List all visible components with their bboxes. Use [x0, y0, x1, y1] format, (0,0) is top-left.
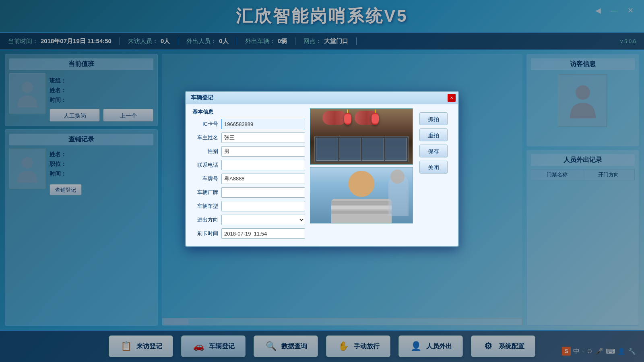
phone-label: 联系电话 [192, 161, 221, 169]
direction-label: 进出方向 [192, 216, 221, 223]
modal-section-title: 基本信息 [192, 108, 305, 116]
window-pane-2 [339, 138, 361, 161]
gender-input[interactable] [221, 146, 305, 157]
modal-title-bar: 车辆登记 [186, 92, 458, 104]
shirt-stripe-2 [331, 206, 392, 209]
modal-title: 车辆登记 [191, 94, 213, 101]
ic-card-input[interactable] [221, 119, 305, 129]
lantern-area [310, 113, 413, 125]
owner-row: 车主姓名 [192, 132, 305, 143]
modal-overlay: 车辆登记 × 基本信息 IC卡号 车主姓名 性别 联 [0, 0, 644, 362]
camera-area [310, 108, 415, 242]
modal-form-area: 基本信息 IC卡号 车主姓名 性别 联系电话 车 [192, 108, 305, 242]
modal-close-button[interactable]: × [448, 94, 456, 102]
modal-action-buttons: 抓拍 重拍 保存 关闭 [419, 108, 448, 242]
camera-frame-person [310, 167, 413, 223]
plate-label: 车牌号 [192, 175, 221, 182]
direction-row: 进出方向 [192, 215, 305, 225]
gender-label: 性别 [192, 148, 221, 155]
modal-body: 基本信息 IC卡号 车主姓名 性别 联系电话 车 [186, 104, 458, 246]
phone-input[interactable] [221, 160, 305, 170]
person-face [349, 171, 375, 197]
window-grid [314, 136, 409, 162]
type-input[interactable] [221, 201, 305, 211]
recapture-button[interactable]: 重拍 [419, 128, 448, 141]
type-row: 车辆车型 [192, 201, 305, 211]
lantern-left [344, 113, 351, 125]
owner-label: 车主姓名 [192, 134, 221, 141]
person-torso [331, 199, 392, 223]
brand-row: 车辆厂牌 [192, 187, 305, 198]
phone-row: 联系电话 [192, 160, 305, 170]
brand-input[interactable] [221, 187, 305, 198]
swipe-time-label: 刷卡时间 [192, 230, 221, 237]
scene-photo [310, 109, 413, 164]
shirt-stripe-3 [331, 211, 392, 214]
plate-row: 车牌号 [192, 174, 305, 184]
swipe-time-input[interactable] [221, 228, 305, 239]
lantern-right [372, 113, 379, 125]
ic-card-row: IC卡号 [192, 119, 305, 129]
modal-close-btn[interactable]: 关闭 [419, 161, 448, 174]
owner-input[interactable] [221, 132, 305, 143]
plate-input[interactable] [221, 174, 305, 184]
camera-frame-scene [310, 108, 413, 165]
bg-person-head [390, 170, 405, 184]
save-button[interactable]: 保存 [419, 145, 448, 157]
person-capture-photo [310, 168, 413, 223]
window-pane-4 [385, 138, 407, 161]
swipe-time-row: 刷卡时间 [192, 228, 305, 239]
vehicle-register-modal: 车辆登记 × 基本信息 IC卡号 车主姓名 性别 联 [185, 91, 459, 247]
lantern-string-left [347, 110, 348, 113]
capture-button[interactable]: 抓拍 [419, 112, 448, 125]
lantern-string-right [375, 110, 376, 113]
ic-card-label: IC卡号 [192, 120, 221, 128]
brand-label: 车辆厂牌 [192, 189, 221, 196]
shirt-stripe-1 [331, 201, 392, 205]
direction-select[interactable] [221, 215, 305, 225]
gender-row: 性别 [192, 146, 305, 157]
window-pane-1 [316, 138, 338, 161]
type-label: 车辆车型 [192, 203, 221, 210]
window-pane-3 [362, 138, 384, 161]
